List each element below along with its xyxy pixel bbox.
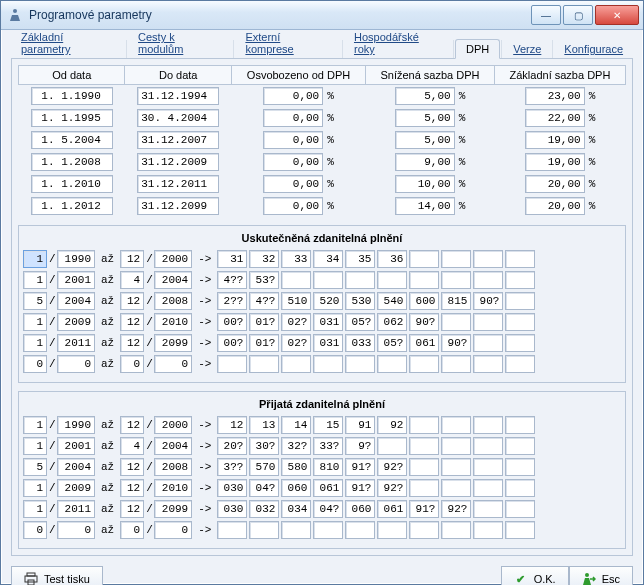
zakladni-field[interactable] — [525, 197, 585, 215]
usk-code-field[interactable] — [313, 250, 343, 268]
snizena-field[interactable] — [395, 131, 455, 149]
tab-cesty-k-modulum[interactable]: Cesty k modulům — [128, 28, 232, 58]
usk-code-field[interactable] — [377, 271, 407, 289]
osvobozeno-field[interactable] — [263, 175, 323, 193]
usk-code-field[interactable] — [441, 250, 471, 268]
pri-code-field[interactable] — [281, 521, 311, 539]
osvobozeno-field[interactable] — [263, 131, 323, 149]
usk-code-field[interactable] — [473, 355, 503, 373]
tab-konfigurace[interactable]: Konfigurace — [554, 40, 633, 58]
pri-code-field[interactable] — [377, 500, 407, 518]
pri-code-field[interactable] — [473, 479, 503, 497]
snizena-field[interactable] — [395, 175, 455, 193]
test-tisku-button[interactable]: Test tisku — [11, 566, 103, 585]
pri-code-field[interactable] — [313, 416, 343, 434]
pri-month-to[interactable] — [120, 521, 144, 539]
usk-year-from[interactable] — [57, 250, 95, 268]
usk-year-to[interactable] — [154, 355, 192, 373]
pri-code-field[interactable] — [441, 437, 471, 455]
pri-year-to[interactable] — [154, 437, 192, 455]
usk-code-field[interactable] — [441, 355, 471, 373]
pri-code-field[interactable] — [281, 437, 311, 455]
pri-code-field[interactable] — [313, 521, 343, 539]
usk-code-field[interactable] — [217, 355, 247, 373]
usk-code-field[interactable] — [249, 334, 279, 352]
pri-code-field[interactable] — [217, 416, 247, 434]
usk-code-field[interactable] — [217, 334, 247, 352]
pri-code-field[interactable] — [409, 458, 439, 476]
pri-code-field[interactable] — [345, 437, 375, 455]
pri-month-to[interactable] — [120, 437, 144, 455]
usk-year-from[interactable] — [57, 313, 95, 331]
minimize-button[interactable]: ― — [531, 5, 561, 25]
pri-code-field[interactable] — [377, 479, 407, 497]
pri-code-field[interactable] — [249, 437, 279, 455]
usk-code-field[interactable] — [249, 355, 279, 373]
close-button[interactable]: ✕ — [595, 5, 639, 25]
pri-code-field[interactable] — [281, 500, 311, 518]
zakladni-field[interactable] — [525, 175, 585, 193]
pri-code-field[interactable] — [377, 437, 407, 455]
pri-code-field[interactable] — [409, 416, 439, 434]
usk-code-field[interactable] — [409, 334, 439, 352]
zakladni-field[interactable] — [525, 153, 585, 171]
usk-code-field[interactable] — [441, 292, 471, 310]
pri-code-field[interactable] — [473, 437, 503, 455]
usk-year-to[interactable] — [154, 292, 192, 310]
pri-month-to[interactable] — [120, 500, 144, 518]
usk-code-field[interactable] — [505, 313, 535, 331]
pri-code-field[interactable] — [313, 437, 343, 455]
pri-code-field[interactable] — [377, 458, 407, 476]
usk-year-to[interactable] — [154, 271, 192, 289]
usk-code-field[interactable] — [345, 271, 375, 289]
usk-month-from[interactable] — [23, 292, 47, 310]
pri-year-from[interactable] — [57, 500, 95, 518]
pri-code-field[interactable] — [217, 479, 247, 497]
pri-code-field[interactable] — [473, 500, 503, 518]
maximize-button[interactable]: ▢ — [563, 5, 593, 25]
usk-month-to[interactable] — [120, 271, 144, 289]
pri-code-field[interactable] — [409, 479, 439, 497]
pri-code-field[interactable] — [345, 458, 375, 476]
usk-month-to[interactable] — [120, 334, 144, 352]
usk-code-field[interactable] — [345, 334, 375, 352]
usk-code-field[interactable] — [217, 313, 247, 331]
pri-year-to[interactable] — [154, 500, 192, 518]
usk-code-field[interactable] — [473, 250, 503, 268]
pri-code-field[interactable] — [505, 500, 535, 518]
usk-code-field[interactable] — [473, 271, 503, 289]
pri-code-field[interactable] — [441, 416, 471, 434]
od-data-field[interactable] — [31, 175, 113, 193]
zakladni-field[interactable] — [525, 109, 585, 127]
pri-code-field[interactable] — [281, 416, 311, 434]
pri-year-from[interactable] — [57, 437, 95, 455]
usk-month-to[interactable] — [120, 313, 144, 331]
pri-code-field[interactable] — [505, 458, 535, 476]
pri-code-field[interactable] — [441, 521, 471, 539]
usk-code-field[interactable] — [345, 355, 375, 373]
usk-code-field[interactable] — [281, 250, 311, 268]
usk-code-field[interactable] — [249, 250, 279, 268]
usk-month-from[interactable] — [23, 250, 47, 268]
usk-year-to[interactable] — [154, 334, 192, 352]
usk-month-from[interactable] — [23, 355, 47, 373]
pri-year-to[interactable] — [154, 521, 192, 539]
usk-code-field[interactable] — [313, 334, 343, 352]
usk-month-to[interactable] — [120, 292, 144, 310]
pri-code-field[interactable] — [281, 479, 311, 497]
pri-code-field[interactable] — [377, 416, 407, 434]
usk-code-field[interactable] — [345, 250, 375, 268]
usk-code-field[interactable] — [505, 334, 535, 352]
pri-code-field[interactable] — [473, 521, 503, 539]
usk-month-from[interactable] — [23, 271, 47, 289]
pri-year-to[interactable] — [154, 479, 192, 497]
usk-code-field[interactable] — [505, 355, 535, 373]
pri-month-from[interactable] — [23, 416, 47, 434]
pri-code-field[interactable] — [505, 479, 535, 497]
pri-year-from[interactable] — [57, 458, 95, 476]
pri-code-field[interactable] — [249, 458, 279, 476]
usk-code-field[interactable] — [217, 292, 247, 310]
usk-code-field[interactable] — [249, 292, 279, 310]
usk-code-field[interactable] — [217, 271, 247, 289]
do-data-field[interactable] — [137, 109, 219, 127]
